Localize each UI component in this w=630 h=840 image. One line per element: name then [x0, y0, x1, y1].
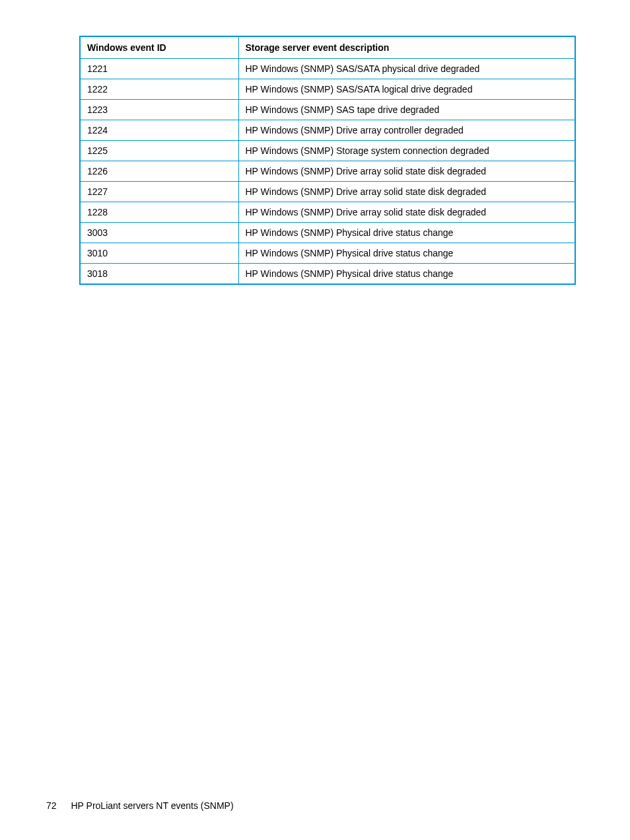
cell-event-id: 3018: [80, 264, 238, 285]
cell-event-id: 1223: [80, 100, 238, 120]
cell-event-desc: HP Windows (SNMP) SAS/SATA physical driv…: [238, 59, 575, 79]
cell-event-desc: HP Windows (SNMP) Drive array solid stat…: [238, 161, 575, 182]
cell-event-desc: HP Windows (SNMP) Physical drive status …: [238, 223, 575, 243]
table-body: 1221 HP Windows (SNMP) SAS/SATA physical…: [80, 59, 575, 285]
cell-event-id: 1228: [80, 202, 238, 223]
cell-event-desc: HP Windows (SNMP) SAS/SATA logical drive…: [238, 79, 575, 100]
table-row: 1224 HP Windows (SNMP) Drive array contr…: [80, 120, 575, 141]
events-table: Windows event ID Storage server event de…: [79, 36, 576, 285]
cell-event-id: 3010: [80, 243, 238, 264]
cell-event-id: 1222: [80, 79, 238, 100]
header-event-id: Windows event ID: [80, 36, 238, 59]
table-row: 1227 HP Windows (SNMP) Drive array solid…: [80, 182, 575, 202]
table-row: 1221 HP Windows (SNMP) SAS/SATA physical…: [80, 59, 575, 79]
page-number: 72: [46, 800, 57, 811]
cell-event-id: 1227: [80, 182, 238, 202]
page-content: Windows event ID Storage server event de…: [0, 0, 630, 285]
cell-event-id: 1224: [80, 120, 238, 141]
table-row: 3018 HP Windows (SNMP) Physical drive st…: [80, 264, 575, 285]
page-footer: 72 HP ProLiant servers NT events (SNMP): [46, 800, 234, 811]
cell-event-id: 1226: [80, 161, 238, 182]
table-row: 1222 HP Windows (SNMP) SAS/SATA logical …: [80, 79, 575, 100]
cell-event-id: 3003: [80, 223, 238, 243]
cell-event-desc: HP Windows (SNMP) SAS tape drive degrade…: [238, 100, 575, 120]
cell-event-desc: HP Windows (SNMP) Storage system connect…: [238, 141, 575, 161]
cell-event-desc: HP Windows (SNMP) Drive array solid stat…: [238, 182, 575, 202]
cell-event-id: 1225: [80, 141, 238, 161]
cell-event-desc: HP Windows (SNMP) Drive array solid stat…: [238, 202, 575, 223]
table-row: 1228 HP Windows (SNMP) Drive array solid…: [80, 202, 575, 223]
cell-event-desc: HP Windows (SNMP) Physical drive status …: [238, 243, 575, 264]
header-event-description: Storage server event description: [238, 36, 575, 59]
table-row: 1223 HP Windows (SNMP) SAS tape drive de…: [80, 100, 575, 120]
footer-section-title: HP ProLiant servers NT events (SNMP): [71, 800, 233, 811]
cell-event-desc: HP Windows (SNMP) Physical drive status …: [238, 264, 575, 285]
cell-event-id: 1221: [80, 59, 238, 79]
table-row: 3010 HP Windows (SNMP) Physical drive st…: [80, 243, 575, 264]
table-row: 3003 HP Windows (SNMP) Physical drive st…: [80, 223, 575, 243]
table-row: 1225 HP Windows (SNMP) Storage system co…: [80, 141, 575, 161]
cell-event-desc: HP Windows (SNMP) Drive array controller…: [238, 120, 575, 141]
table-header-row: Windows event ID Storage server event de…: [80, 36, 575, 59]
table-row: 1226 HP Windows (SNMP) Drive array solid…: [80, 161, 575, 182]
